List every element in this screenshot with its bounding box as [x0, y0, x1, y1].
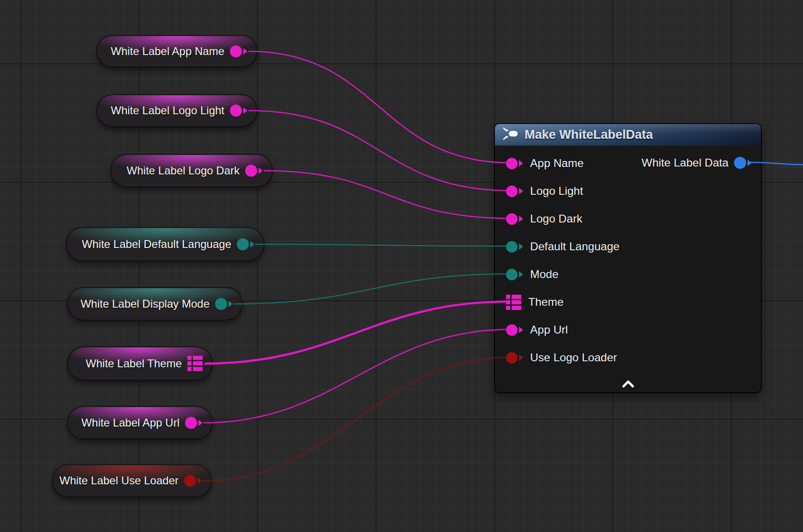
getter-label: White Label App Name	[111, 45, 224, 58]
getter-label: White Label Use Loader	[60, 474, 179, 487]
output-pin[interactable]	[734, 157, 752, 169]
make-whitelabeldata-node[interactable]: Make WhiteLabelData App Name Logo Light …	[495, 124, 761, 392]
getter-node-use-loader[interactable]: White Label Use Loader	[52, 464, 212, 497]
getter-node-default-language[interactable]: White Label Default Language	[66, 227, 265, 261]
wire[interactable]	[204, 329, 511, 423]
getter-node-theme[interactable]: White Label Theme	[67, 346, 213, 381]
getter-label: White Label Display Mode	[80, 297, 210, 310]
output-row-white-label-data: White Label Data	[642, 149, 761, 177]
pin-label: App Name	[530, 157, 584, 170]
wire[interactable]	[264, 171, 511, 218]
struct-pin-icon[interactable]	[187, 356, 203, 371]
getter-node-app-name[interactable]: White Label App Name	[96, 35, 258, 68]
collapse-chevron-icon[interactable]	[622, 380, 634, 390]
input-row-use-logo-loader: Use Logo Loader	[495, 344, 761, 371]
input-row-logo-dark: Logo Dark	[495, 205, 761, 233]
input-pin[interactable]	[506, 241, 523, 253]
output-pin[interactable]	[215, 298, 233, 310]
input-row-default-language: Default Language	[495, 233, 761, 260]
node-header[interactable]: Make WhiteLabelData	[495, 124, 761, 146]
pin-label: Theme	[528, 296, 563, 309]
wire[interactable]	[248, 111, 511, 191]
wire[interactable]	[234, 274, 511, 304]
pin-label: Logo Dark	[530, 212, 582, 225]
getter-label: White Label Default Language	[82, 238, 231, 251]
output-pin[interactable]	[230, 45, 247, 57]
input-row-theme: Theme	[495, 288, 761, 316]
pin-label: White Label Data	[642, 156, 729, 169]
pin-label: App Url	[530, 323, 568, 336]
pin-label: Logo Light	[530, 185, 583, 198]
wire[interactable]	[248, 51, 511, 163]
make-struct-icon	[502, 127, 519, 142]
getter-label: White Label Theme	[86, 357, 182, 370]
output-pin[interactable]	[230, 105, 247, 117]
getter-node-logo-light[interactable]: White Label Logo Light	[96, 94, 258, 127]
node-body: App Name Logo Light Logo Dark Default La…	[495, 146, 761, 371]
input-row-app-url: App Url	[495, 316, 761, 344]
output-pin[interactable]	[245, 165, 263, 177]
output-pin[interactable]	[237, 238, 254, 250]
wire[interactable]	[204, 302, 508, 364]
blueprint-graph-canvas[interactable]: White Label App Name White Label Logo Li…	[0, 0, 803, 532]
getter-label: White Label Logo Light	[111, 104, 224, 117]
getter-node-logo-dark[interactable]: White Label Logo Dark	[110, 154, 273, 187]
output-pin[interactable]	[184, 475, 202, 487]
pin-label: Mode	[530, 268, 558, 281]
getter-node-app-url[interactable]: White Label App Url	[67, 406, 213, 439]
output-pin[interactable]	[185, 417, 203, 429]
input-row-logo-light: Logo Light	[495, 177, 761, 205]
node-title: Make WhiteLabelData	[525, 128, 653, 142]
pin-label: Default Language	[530, 240, 619, 253]
getter-label: White Label Logo Dark	[127, 164, 240, 177]
input-row-mode: Mode	[495, 260, 761, 288]
pin-label: Use Logo Loader	[530, 351, 617, 364]
getter-label: White Label App Url	[81, 416, 179, 429]
getter-node-display-mode[interactable]: White Label Display Mode	[67, 287, 243, 321]
wire[interactable]	[255, 244, 511, 246]
